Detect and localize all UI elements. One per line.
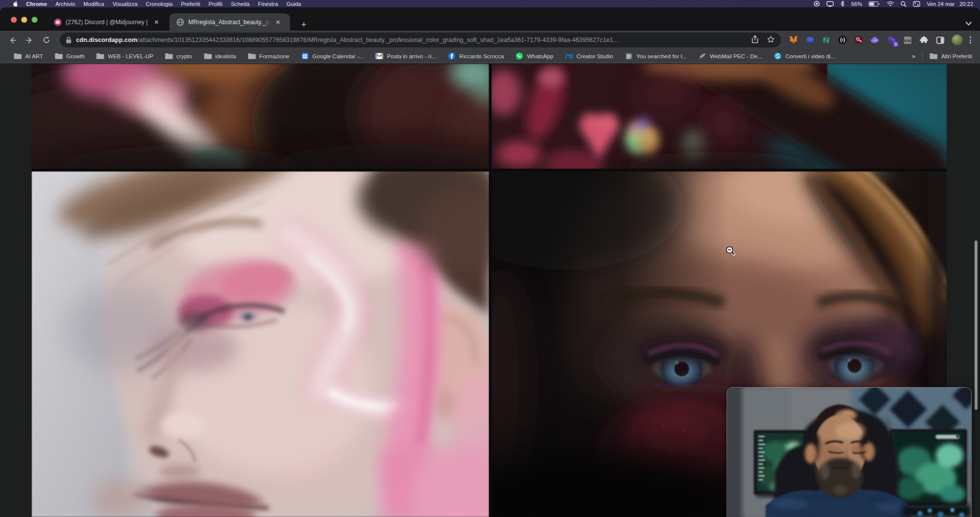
bookmark-creator-studio[interactable]: Creator Studio — [565, 52, 613, 60]
bookmark-posta-in-arrivo-ri[interactable]: Posta in arrivo - ri... — [375, 52, 436, 60]
extension-cloud-purple-icon[interactable] — [870, 36, 880, 45]
window-controls — [11, 17, 38, 23]
search-icon[interactable] — [900, 1, 906, 7]
menu-scheda[interactable]: Scheda — [231, 1, 249, 7]
bookmark-idealista[interactable]: idealista — [204, 52, 236, 60]
padlock-icon[interactable] — [66, 37, 72, 43]
bookmark-label: Riccardo Scrocca — [459, 53, 504, 59]
menu-profili[interactable]: Profili — [208, 1, 222, 7]
menu-finestra[interactable]: Finestra — [258, 1, 278, 7]
bookmark-web-level-up[interactable]: WEB - LEVEL-UP — [96, 52, 153, 60]
browser-toolbar: cdn.discordapp.com/attachments/101351233… — [0, 31, 980, 49]
share-icon[interactable] — [751, 35, 759, 45]
folder-icon — [14, 52, 22, 60]
bookmark-label: WEB - LEVEL-UP — [108, 53, 153, 59]
image-quadrant-top-left — [32, 64, 489, 169]
folder-icon — [165, 52, 173, 60]
new-tab-button[interactable]: + — [297, 18, 310, 31]
bookmarks-right: » Altri Preferiti — [912, 52, 972, 60]
bookmark-label: Formazione — [259, 53, 289, 59]
side-panel-icon[interactable] — [936, 36, 945, 45]
reload-button[interactable] — [40, 34, 53, 46]
browser-menu-icon[interactable] — [970, 37, 971, 43]
address-bar[interactable]: cdn.discordapp.com/attachments/101351233… — [60, 33, 781, 47]
bookmark-label: Posta in arrivo - ri... — [387, 53, 436, 59]
extension-badge: 5 — [893, 41, 898, 47]
battery-icon[interactable] — [868, 1, 880, 7]
convert-teal-icon — [774, 52, 782, 60]
menu-cronologia[interactable]: Cronologia — [146, 1, 172, 7]
bookmark-you-searched-for-l[interactable]: You searched for l... — [625, 52, 687, 60]
wifi-icon[interactable] — [887, 1, 894, 6]
gcal-icon: 31 — [301, 52, 309, 60]
back-button[interactable] — [6, 34, 19, 46]
bookmark-converti-i-video-di[interactable]: Converti i video di... — [774, 52, 835, 60]
bookmark-formazione[interactable]: Formazione — [248, 52, 289, 60]
extensions-puzzle-icon[interactable] — [919, 36, 929, 45]
extension-dark-circle-icon[interactable] — [838, 36, 847, 45]
display-icon[interactable] — [826, 1, 834, 7]
zoom-window-button[interactable] — [32, 17, 38, 23]
browser-window: (2762) Discord | @Midjourney |✕MRregista… — [0, 7, 980, 517]
menu-bar-clock: Ven 24 mar 20:22 — [927, 1, 973, 7]
menu-chrome[interactable]: Chrome — [26, 1, 47, 7]
control-center-icon[interactable] — [913, 1, 920, 7]
close-window-button[interactable] — [11, 17, 17, 23]
tab-close-icon[interactable]: ✕ — [153, 18, 161, 26]
bookmark-google-calendar[interactable]: 31Google Calendar -... — [301, 52, 364, 60]
bookmark-riccardo-scrocca[interactable]: Riccardo Scrocca — [448, 52, 504, 60]
record-icon[interactable] — [814, 0, 820, 7]
extension-wallet-blue-icon[interactable] — [805, 36, 815, 45]
bookmark-whatsapp[interactable]: WhatsApp — [516, 52, 553, 60]
bookmark-webmail-pec-de[interactable]: WebMail PEC - De... — [698, 52, 762, 60]
bookmark-growth[interactable]: Growth — [55, 52, 84, 60]
bookmark-crypto[interactable]: crypto — [165, 52, 192, 60]
tab-search-chevron-icon[interactable] — [963, 18, 974, 29]
bookmark-label: Growth — [66, 53, 84, 59]
extension-purple-badge-icon[interactable]: 5 — [887, 36, 896, 45]
scrollbar-thumb[interactable] — [975, 240, 978, 410]
tab-active[interactable]: MRregista_Abstract_beauty._p✕ — [169, 13, 290, 31]
bluetooth-icon[interactable] — [840, 0, 845, 7]
tab-strip: (2762) Discord | @Midjourney |✕MRregista… — [0, 7, 980, 31]
bookmark-label: WhatsApp — [527, 53, 553, 59]
menu-preferiti[interactable]: Preferiti — [181, 1, 200, 7]
extension-grey-square-icon[interactable]: KW — [903, 36, 912, 45]
menu-bar-left: ChromeArchivioModificaVisualizzaCronolog… — [12, 0, 301, 7]
apple-icon[interactable] — [12, 0, 18, 7]
tab-close-icon[interactable]: ✕ — [274, 18, 282, 26]
address-bar-actions — [751, 35, 775, 45]
bookmark-label: Creator Studio — [576, 53, 613, 59]
image-quadrant-bottom-left — [32, 171, 489, 517]
webcam-overlay — [727, 387, 972, 517]
kebab-dot — [970, 40, 971, 41]
svg-text:31: 31 — [303, 54, 307, 58]
extension-n-teal-icon[interactable] — [821, 36, 831, 45]
profile-avatar[interactable] — [952, 35, 963, 45]
menu-modifica[interactable]: Modifica — [83, 1, 104, 7]
menu-archivio[interactable]: Archivio — [55, 1, 75, 7]
folder-icon — [96, 52, 104, 60]
bookmarks-overflow-chevron[interactable]: » — [912, 52, 915, 60]
tab-label: (2762) Discord | @Midjourney | — [66, 19, 148, 26]
bookmark-ai-art[interactable]: AI ART — [14, 52, 43, 60]
folder-icon — [930, 52, 938, 60]
bookmarks-bar: AI ARTGrowthWEB - LEVEL-UPcryptoidealist… — [0, 49, 980, 63]
other-bookmarks-folder[interactable]: Altri Preferiti — [930, 52, 972, 60]
clock-date: Ven 24 mar — [927, 1, 954, 7]
extension-metamask-icon[interactable] — [789, 36, 798, 45]
forward-button[interactable] — [23, 34, 36, 46]
menu-guida[interactable]: Guida — [286, 1, 301, 7]
discord-favicon-icon — [54, 18, 62, 26]
whatsapp-icon — [516, 52, 524, 60]
doc-grey-icon — [625, 52, 633, 60]
tab-0[interactable]: (2762) Discord | @Midjourney |✕ — [54, 13, 172, 31]
extension-key-red-icon[interactable] — [854, 36, 863, 45]
kebab-dot — [970, 37, 971, 38]
menu-visualizza[interactable]: Visualizza — [113, 1, 137, 7]
minimize-window-button[interactable] — [21, 17, 27, 23]
globe-favicon-icon — [176, 18, 184, 26]
bookmark-star-icon[interactable] — [767, 35, 775, 45]
facebook-icon — [448, 52, 456, 60]
menu-bar-status: 56% Ven 24 mar 20:22 — [814, 0, 973, 7]
